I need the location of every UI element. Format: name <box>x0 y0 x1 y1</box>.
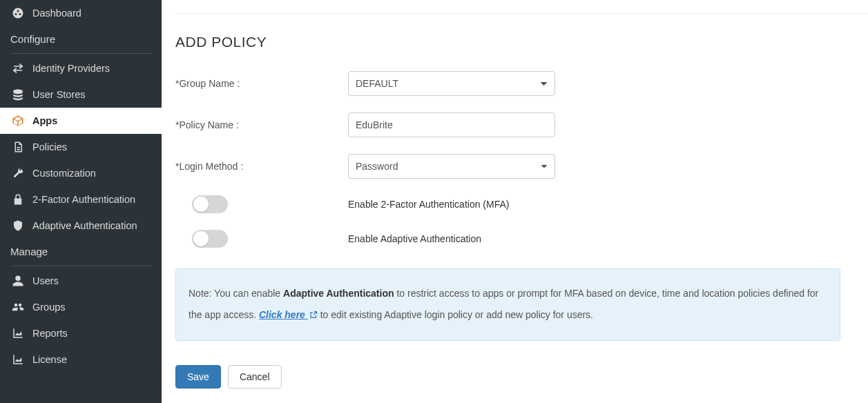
chart-icon <box>10 327 26 340</box>
click-here-link[interactable]: Click here <box>259 309 318 320</box>
sidebar-item-label: Customization <box>32 168 96 179</box>
form-row-policy-name: *Policy Name : <box>175 112 868 137</box>
toggle-knob <box>193 197 209 212</box>
sidebar-item-identity-providers[interactable]: Identity Providers <box>0 55 162 81</box>
adaptive-toggle[interactable] <box>192 230 228 248</box>
sidebar-item-policies[interactable]: Policies <box>0 134 162 160</box>
save-button[interactable]: Save <box>175 365 221 389</box>
sidebar-item-label: Identity Providers <box>32 63 110 74</box>
dashboard-icon <box>10 7 26 19</box>
sidebar-item-groups[interactable]: Groups <box>0 294 162 320</box>
sidebar-item-users[interactable]: Users <box>0 268 162 294</box>
mfa-toggle[interactable] <box>192 195 228 213</box>
group-name-label: *Group Name : <box>175 78 348 89</box>
login-method-select[interactable]: Password <box>348 154 555 179</box>
form-row-login-method: *Login Method : Password <box>175 154 868 179</box>
sidebar: Dashboard Configure Identity Providers U… <box>0 0 162 403</box>
sidebar-item-license[interactable]: License <box>0 346 162 373</box>
wrench-icon <box>10 167 26 179</box>
policy-name-label: *Policy Name : <box>175 119 348 130</box>
sidebar-divider <box>10 266 151 266</box>
login-method-label: *Login Method : <box>175 161 348 172</box>
page-title: ADD POLICY <box>175 34 868 50</box>
sidebar-item-2fa[interactable]: 2-Factor Authentication <box>0 186 162 213</box>
button-row: Save Cancel <box>175 365 868 389</box>
form-row-group-name: *Group Name : DEFAULT <box>175 71 868 96</box>
sidebar-item-label: Policies <box>32 141 67 153</box>
sidebar-item-label: Groups <box>32 302 66 313</box>
sidebar-item-label: Users <box>32 275 59 286</box>
form-row-adaptive-toggle: Enable Adaptive Authentication <box>175 230 868 248</box>
sidebar-item-label: Adaptive Authentication <box>32 220 137 231</box>
sidebar-section-manage: Manage <box>0 239 162 264</box>
database-icon <box>10 88 26 101</box>
note-strong: Adaptive Authentication <box>283 288 394 299</box>
users-icon <box>10 301 26 313</box>
sidebar-item-label: User Stores <box>32 89 86 100</box>
group-name-select[interactable]: DEFAULT <box>348 71 555 96</box>
adaptive-toggle-label: Enable Adaptive Authentication <box>348 233 481 244</box>
sidebar-divider <box>10 53 151 54</box>
policy-name-input[interactable] <box>348 112 555 137</box>
sidebar-item-label: 2-Factor Authentication <box>32 194 135 205</box>
sidebar-item-user-stores[interactable]: User Stores <box>0 81 162 108</box>
sidebar-item-label: Apps <box>32 115 57 126</box>
shield-icon <box>10 219 26 232</box>
top-divider <box>175 14 868 14</box>
sidebar-item-customization[interactable]: Customization <box>0 160 162 186</box>
external-link-icon <box>309 305 318 326</box>
sidebar-item-label: License <box>32 354 67 365</box>
sidebar-item-label: Reports <box>32 328 68 339</box>
cube-icon <box>10 115 26 127</box>
exchange-icon <box>10 62 26 75</box>
document-icon <box>10 141 26 153</box>
chart-icon <box>10 353 26 366</box>
sidebar-item-reports[interactable]: Reports <box>0 320 162 346</box>
form-row-mfa-toggle: Enable 2-Factor Authentication (MFA) <box>175 195 868 213</box>
cancel-button[interactable]: Cancel <box>228 365 282 389</box>
note-box: Note: You can enable Adaptive Authentica… <box>175 268 840 341</box>
sidebar-item-apps[interactable]: Apps <box>0 108 162 134</box>
toggle-knob <box>193 231 209 246</box>
user-icon <box>10 275 26 287</box>
mfa-toggle-label: Enable 2-Factor Authentication (MFA) <box>348 199 509 210</box>
main-content: ADD POLICY *Group Name : DEFAULT *Policy… <box>162 0 868 403</box>
sidebar-section-configure: Configure <box>0 26 162 52</box>
sidebar-item-dashboard[interactable]: Dashboard <box>0 0 162 26</box>
sidebar-item-adaptive-auth[interactable]: Adaptive Authentication <box>0 213 162 239</box>
lock-icon <box>10 193 26 206</box>
sidebar-item-label: Dashboard <box>32 8 81 19</box>
